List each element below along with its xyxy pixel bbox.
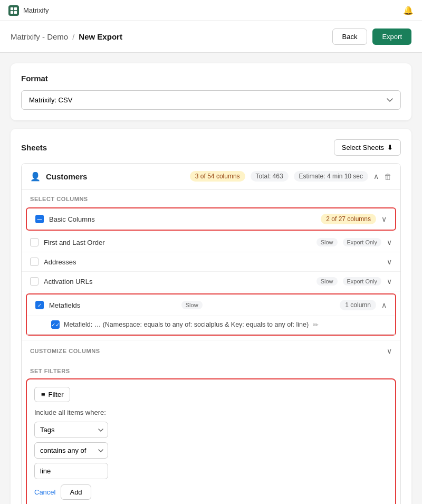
select-sheets-label: Select Sheets (342, 144, 384, 151)
app-icon (8, 5, 19, 16)
select-sheets-chevron-icon: ⬇ (387, 144, 393, 151)
first-last-order-row[interactable]: First and Last Order Slow Export Only ∨ (22, 233, 400, 252)
basic-columns-checkbox[interactable] (35, 215, 44, 223)
customer-icon: 👤 (30, 172, 41, 182)
metafields-row[interactable]: Metafields Slow 1 column ∧ (27, 294, 395, 316)
customize-columns-label: CUSTOMIZE COLUMNS (30, 348, 387, 354)
filter-cancel-button[interactable]: Cancel (34, 488, 55, 496)
select-columns-label: SELECT COLUMNS (22, 189, 400, 205)
first-last-export-tag: Export Only (343, 238, 381, 246)
customer-delete-icon[interactable]: 🗑 (384, 172, 392, 181)
header-export-button[interactable]: Export (372, 28, 411, 45)
first-last-chevron-icon[interactable]: ∨ (387, 238, 392, 246)
filter-value-input[interactable] (34, 463, 108, 479)
header-back-button[interactable]: Back (332, 28, 368, 45)
app-title: Matrixify (23, 6, 49, 14)
customer-panel-header: 👤 Customers 3 of 54 columns Total: 463 E… (22, 164, 400, 189)
addresses-row[interactable]: Addresses ∨ (22, 252, 400, 272)
customer-name: Customers (46, 172, 185, 181)
customer-collapse-icon[interactable]: ∧ (373, 172, 379, 180)
activation-slow-tag: Slow (316, 277, 338, 286)
metafield-edit-icon[interactable]: ✏ (313, 321, 319, 329)
basic-columns-name: Basic Columns (49, 215, 315, 223)
sheets-title: Sheets (21, 143, 47, 152)
customer-panel: 👤 Customers 3 of 54 columns Total: 463 E… (21, 163, 401, 504)
filter-add-button[interactable]: Add (61, 484, 91, 500)
metafield-item-text: Metafield: … (Namespace: equals to any o… (64, 321, 309, 328)
addresses-name: Addresses (44, 258, 381, 266)
addresses-chevron-icon[interactable]: ∨ (387, 258, 392, 266)
svg-rect-3 (14, 11, 17, 13)
activation-urls-checkbox[interactable] (30, 277, 39, 286)
first-last-order-name: First and Last Order (44, 239, 311, 246)
breadcrumb: Matrixify - Demo / New Export (11, 32, 122, 41)
breadcrumb-app: Matrixify - Demo (11, 32, 68, 41)
title-bar: Matrixify 🔔 (0, 0, 422, 21)
metafield-item-checkbox[interactable]: ✓ (51, 320, 60, 329)
filter-lines-icon: ≡ (41, 391, 45, 398)
customize-columns-row[interactable]: CUSTOMIZE COLUMNS ∨ (22, 340, 400, 362)
svg-rect-2 (11, 11, 13, 13)
svg-rect-1 (14, 7, 17, 9)
main-content: Format Matrixify: CSV Sheets Select Shee… (0, 53, 422, 504)
filter-button-label: Filter (49, 391, 64, 398)
filter-button[interactable]: ≡ Filter (34, 387, 70, 402)
activation-export-tag: Export Only (343, 277, 381, 286)
notification-bell-icon[interactable]: 🔔 (403, 5, 414, 15)
basic-columns-row[interactable]: Basic Columns 2 of 27 columns ∨ (27, 208, 395, 230)
addresses-checkbox[interactable] (30, 258, 39, 266)
metafields-slow-tag: Slow (181, 301, 203, 309)
activation-chevron-icon[interactable]: ∨ (387, 277, 392, 286)
filter-box: ≡ Filter Include all items where: Tags c… (26, 378, 396, 504)
metafields-checkbox[interactable] (35, 301, 44, 309)
metafields-count: 1 column (340, 300, 376, 310)
format-card: Format Matrixify: CSV (11, 63, 411, 120)
set-filters-label: SET FILTERS (22, 362, 400, 376)
first-last-order-checkbox[interactable] (30, 238, 39, 246)
page-header: Matrixify - Demo / New Export Back Expor… (0, 21, 422, 53)
format-title: Format (21, 74, 401, 83)
activation-urls-row[interactable]: Activation URLs Slow Export Only ∨ (22, 272, 400, 291)
total-badge: Total: 463 (251, 171, 289, 182)
activation-urls-name: Activation URLs (44, 278, 311, 286)
metafields-sub-row: ✓ Metafield: … (Namespace: equals to any… (27, 316, 395, 335)
metafields-section: Metafields Slow 1 column ∧ ✓ Metafield: … (26, 293, 396, 336)
filter-include-text: Include all items where: (34, 408, 388, 416)
columns-badge: 3 of 54 columns (190, 171, 245, 182)
filter-field-select[interactable]: Tags (34, 422, 108, 438)
basic-columns-chevron-icon[interactable]: ∨ (381, 215, 387, 223)
breadcrumb-separator: / (72, 32, 74, 41)
filter-condition-select[interactable]: contains any of (34, 442, 108, 459)
customize-chevron-icon[interactable]: ∨ (387, 347, 392, 355)
select-sheets-button[interactable]: Select Sheets ⬇ (334, 139, 401, 156)
basic-columns-count: 2 of 27 columns (321, 214, 376, 224)
filter-actions: Cancel Add (34, 484, 388, 500)
first-last-slow-tag: Slow (316, 238, 338, 246)
header-actions: Back Export (332, 28, 411, 45)
sheets-card: Sheets Select Sheets ⬇ 👤 Customers 3 of … (11, 129, 411, 504)
format-select[interactable]: Matrixify: CSV (21, 90, 401, 110)
metafields-name: Metafields (49, 301, 176, 309)
estimate-badge: Estimate: 4 min 10 sec (294, 171, 368, 182)
svg-rect-0 (11, 7, 13, 9)
metafields-chevron-icon[interactable]: ∧ (381, 301, 387, 309)
sheets-header: Sheets Select Sheets ⬇ (21, 139, 401, 156)
breadcrumb-page: New Export (79, 32, 122, 41)
